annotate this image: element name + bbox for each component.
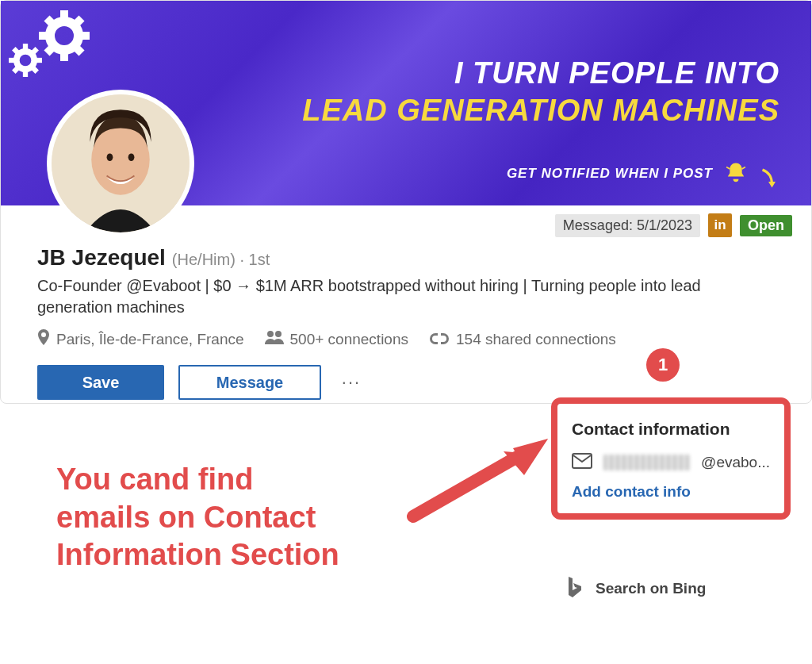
connections-item: 500+ connections bbox=[265, 330, 408, 348]
location-item: Paris, Île-de-France, France bbox=[37, 329, 244, 349]
contact-info-title: Contact information bbox=[572, 420, 770, 439]
svg-line-15 bbox=[33, 68, 37, 72]
gears-decoration bbox=[9, 6, 96, 88]
email-redacted bbox=[603, 455, 690, 470]
linkedin-badge-icon: in bbox=[708, 213, 732, 237]
svg-point-9 bbox=[17, 52, 34, 69]
more-actions-button[interactable]: ··· bbox=[335, 367, 367, 398]
banner-notify-row: GET NOTIFIED WHEN I POST bbox=[507, 156, 783, 191]
svg-line-5 bbox=[47, 18, 53, 25]
svg-point-25 bbox=[267, 331, 274, 337]
annotation-text: You cand find emails on Contact Informat… bbox=[56, 461, 339, 574]
svg-point-26 bbox=[275, 331, 282, 337]
shared-connections-item: 154 shared connections bbox=[429, 331, 616, 348]
svg-line-16 bbox=[33, 48, 37, 52]
svg-line-28 bbox=[413, 453, 524, 516]
profile-name: JB Jezequel bbox=[37, 245, 166, 271]
svg-point-24 bbox=[128, 153, 135, 161]
banner-notify-text: GET NOTIFIED WHEN I POST bbox=[507, 166, 713, 182]
bing-icon bbox=[565, 577, 583, 601]
profile-info: JB Jezequel (He/Him) · 1st Co-Founder @E… bbox=[1, 237, 811, 403]
add-contact-info-link[interactable]: Add contact info bbox=[572, 483, 770, 501]
message-button[interactable]: Message bbox=[178, 365, 321, 400]
annotation-line3: Information Section bbox=[56, 536, 339, 574]
profile-pronoun-degree: (He/Him) · 1st bbox=[172, 251, 270, 269]
profile-card: I TURN PEOPLE INTO LEAD GENERATION MACHI… bbox=[0, 0, 812, 404]
annotation-line2: emails on Contact bbox=[56, 499, 339, 537]
email-suffix: @evabo... bbox=[701, 454, 770, 471]
annotation-arrow-icon bbox=[405, 429, 556, 528]
profile-meta-row: Paris, Île-de-France, France 500+ connec… bbox=[37, 329, 779, 349]
svg-line-19 bbox=[742, 167, 745, 170]
banner-tagline: I TURN PEOPLE INTO LEAD GENERATION MACHI… bbox=[302, 56, 779, 128]
messaged-badge: Messaged: 5/1/2023 bbox=[555, 214, 700, 237]
save-button[interactable]: Save bbox=[37, 365, 164, 400]
banner-tagline-line2: LEAD GENERATION MACHINES bbox=[302, 94, 779, 128]
annotation-step-badge: 1 bbox=[646, 348, 680, 382]
connections-text: 500+ connections bbox=[290, 331, 408, 348]
svg-line-7 bbox=[75, 18, 82, 25]
svg-point-0 bbox=[50, 21, 79, 50]
profile-headline: Co-Founder @Evaboot | $0 → $1M ARR boots… bbox=[37, 275, 779, 318]
link-icon bbox=[429, 331, 450, 348]
svg-line-14 bbox=[13, 48, 17, 52]
svg-point-23 bbox=[107, 153, 113, 161]
people-icon bbox=[265, 330, 284, 348]
svg-line-17 bbox=[13, 68, 17, 72]
svg-line-8 bbox=[47, 47, 53, 53]
search-on-bing-row[interactable]: Search on Bing bbox=[551, 577, 791, 601]
contact-information-box: Contact information @evabo... Add contac… bbox=[551, 397, 791, 520]
bell-icon bbox=[722, 160, 749, 187]
search-on-bing-label: Search on Bing bbox=[596, 580, 706, 597]
shared-connections-text: 154 shared connections bbox=[456, 331, 616, 348]
curved-arrow-icon bbox=[759, 167, 783, 191]
location-text: Paris, Île-de-France, France bbox=[56, 331, 244, 348]
banner-tagline-line1: I TURN PEOPLE INTO bbox=[302, 56, 779, 90]
annotation-line1: You cand find bbox=[56, 461, 339, 499]
svg-line-6 bbox=[75, 47, 82, 53]
open-status-badge: Open bbox=[740, 215, 792, 236]
mail-icon bbox=[572, 453, 592, 472]
contact-email-row: @evabo... bbox=[572, 453, 770, 472]
location-pin-icon bbox=[37, 329, 50, 349]
avatar bbox=[47, 90, 194, 237]
svg-line-18 bbox=[726, 167, 730, 170]
